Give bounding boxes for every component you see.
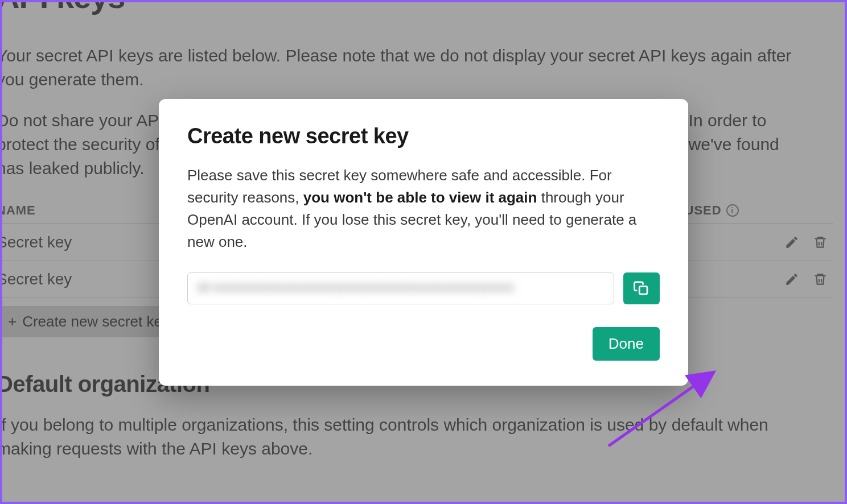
modal-body-text: Please save this secret key somewhere sa… [187, 164, 660, 253]
copy-icon [633, 280, 650, 297]
secret-key-field[interactable]: sk-xxxxxxxxxxxxxxxxxxxxxxxxxxxxxxxxxxxxx… [187, 272, 614, 304]
copy-button[interactable] [623, 272, 660, 304]
modal-body-bold: you won't be able to view it again [303, 189, 537, 206]
create-secret-key-modal: Create new secret key Please save this s… [159, 99, 688, 386]
svg-rect-0 [639, 286, 647, 294]
modal-footer: Done [187, 327, 660, 361]
svg-line-1 [608, 372, 714, 446]
annotation-arrow [597, 349, 739, 463]
done-button[interactable]: Done [593, 327, 660, 361]
modal-title: Create new secret key [187, 124, 660, 148]
secret-key-row: sk-xxxxxxxxxxxxxxxxxxxxxxxxxxxxxxxxxxxxx… [187, 272, 660, 304]
modal-overlay[interactable]: Create new secret key Please save this s… [2, 2, 845, 502]
